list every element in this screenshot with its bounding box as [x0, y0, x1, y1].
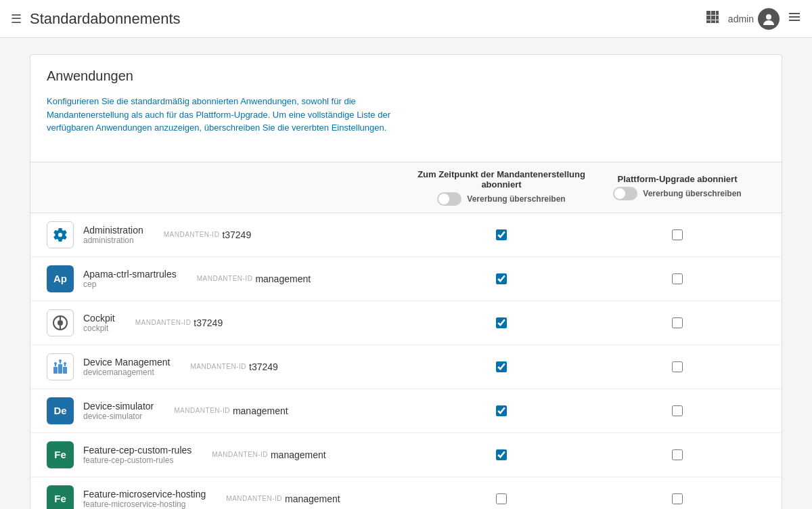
header-right: admin [705, 8, 801, 30]
col1-checkbox-cell [413, 229, 589, 240]
app-row: Fe Feature-cep-custom-rules feature-cep-… [30, 433, 782, 477]
svg-rect-3 [706, 16, 710, 20]
app-info: Fe Feature-cep-custom-rules feature-cep-… [47, 441, 413, 468]
user-section[interactable]: admin [728, 8, 780, 30]
col2-checkbox[interactable] [672, 229, 683, 240]
svg-rect-4 [711, 16, 715, 20]
svg-rect-19 [63, 367, 67, 374]
app-subtitle: cockpit [83, 324, 115, 333]
tenant-label: MANDANTEN-ID [164, 231, 220, 238]
tenant-value: management [271, 449, 326, 460]
user-avatar [758, 8, 780, 30]
col2-checkbox[interactable] [672, 449, 683, 460]
page-title: Standardabonnements [30, 10, 705, 28]
tenant-value: t37249 [249, 361, 278, 372]
tenant-label: MANDANTEN-ID [174, 407, 230, 414]
app-row: Device Management devicemanagement MANDA… [30, 345, 782, 389]
col1-checkbox[interactable] [496, 449, 507, 460]
svg-rect-5 [716, 16, 719, 20]
tenant-label: MANDANTEN-ID [226, 495, 282, 502]
app-row: Administration administration MANDANTEN-… [30, 213, 782, 257]
col1-checkbox-cell [413, 405, 589, 416]
col1-checkbox-cell [413, 317, 589, 328]
app-name: Device-simulator [83, 401, 154, 412]
app-name: Administration [83, 225, 143, 236]
user-name: admin [728, 14, 754, 24]
col1-toggle-label: Vererbung überschreiben [467, 194, 565, 204]
app-icon: Ap [47, 265, 74, 292]
app-icon [47, 353, 74, 380]
app-row: Fe Feature-microservice-hosting feature-… [30, 477, 782, 510]
col2-checkbox-cell [589, 405, 765, 416]
col2-checkbox[interactable] [672, 493, 683, 504]
card-body: Anwendungen Konfigurieren Sie die standa… [30, 55, 782, 162]
app-name: Cockpit [83, 313, 115, 324]
app-name-block: Cockpit cockpit [83, 313, 115, 333]
tenant-value: t37249 [194, 317, 223, 328]
menu-icon[interactable]: ☰ [11, 12, 22, 26]
app-icon: Fe [47, 441, 74, 468]
header: ☰ Standardabonnements admin [0, 0, 812, 38]
app-info: Ap Apama-ctrl-smartrules cep MANDANTEN-I… [47, 265, 413, 292]
tenant-id-block: MANDANTEN-ID t37249 [190, 361, 278, 372]
col2-checkbox[interactable] [672, 361, 683, 372]
app-row: Ap Apama-ctrl-smartrules cep MANDANTEN-I… [30, 257, 782, 301]
col2-toggle-row: Vererbung überschreiben [589, 187, 765, 200]
app-info: Device Management devicemanagement MANDA… [47, 353, 413, 380]
svg-point-23 [54, 362, 57, 365]
col2-checkbox-cell [589, 273, 765, 284]
col2-checkbox-cell [589, 229, 765, 240]
svg-rect-6 [706, 20, 710, 23]
app-subtitle: administration [83, 236, 143, 245]
svg-rect-18 [58, 364, 62, 374]
svg-rect-12 [789, 20, 800, 21]
applications-card: Anwendungen Konfigurieren Sie die standa… [30, 54, 782, 509]
main-content: Anwendungen Konfigurieren Sie die standa… [14, 38, 798, 509]
app-icon: Fe [47, 485, 74, 510]
col1-checkbox-cell [413, 273, 589, 284]
app-info: Administration administration MANDANTEN-… [47, 221, 413, 248]
col1-checkbox[interactable] [496, 493, 507, 504]
app-info: Fe Feature-microservice-hosting feature-… [47, 485, 413, 510]
app-subtitle: feature-cep-custom-rules [83, 456, 191, 465]
tenant-id-block: MANDANTEN-ID management [212, 449, 325, 460]
app-info: Cockpit cockpit MANDANTEN-ID t37249 [47, 309, 413, 336]
list-icon[interactable] [788, 10, 801, 27]
col1-checkbox[interactable] [496, 317, 507, 328]
svg-point-9 [766, 14, 771, 20]
app-name: Apama-ctrl-smartrules [83, 269, 177, 280]
col2-checkbox[interactable] [672, 317, 683, 328]
app-subtitle: devicemanagement [83, 368, 170, 377]
app-name-block: Apama-ctrl-smartrules cep [83, 269, 177, 289]
col1-toggle-row: Vererbung überschreiben [413, 192, 589, 206]
col2-checkbox[interactable] [672, 405, 683, 416]
app-icon [47, 309, 74, 336]
svg-rect-17 [53, 367, 58, 374]
section-title: Anwendungen [47, 68, 765, 84]
tenant-id-block: MANDANTEN-ID management [197, 273, 311, 284]
col1-checkbox-cell [413, 493, 589, 504]
svg-rect-7 [711, 20, 715, 23]
app-name-block: Device Management devicemanagement [83, 357, 170, 377]
app-rows-container: Administration administration MANDANTEN-… [30, 213, 782, 510]
col1-checkbox[interactable] [496, 229, 507, 240]
col1-toggle[interactable] [437, 192, 461, 206]
svg-point-25 [64, 362, 66, 365]
app-name-block: Device-simulator device-simulator [83, 401, 154, 421]
grid-icon[interactable] [705, 9, 720, 28]
col2-checkbox[interactable] [672, 273, 683, 284]
tenant-value: t37249 [222, 229, 251, 240]
app-row: Cockpit cockpit MANDANTEN-ID t37249 [30, 301, 782, 345]
tenant-label: MANDANTEN-ID [190, 363, 246, 370]
col1-checkbox[interactable] [496, 361, 507, 372]
app-subtitle: device-simulator [83, 412, 154, 421]
col2-toggle[interactable] [613, 187, 637, 200]
svg-rect-0 [706, 11, 710, 15]
svg-rect-2 [716, 11, 719, 15]
col1-checkbox[interactable] [496, 405, 507, 416]
app-icon [47, 221, 74, 248]
tenant-label: MANDANTEN-ID [197, 275, 253, 282]
col1-checkbox[interactable] [496, 273, 507, 284]
col1-checkbox-cell [413, 361, 589, 372]
tenant-id-block: MANDANTEN-ID management [226, 493, 340, 504]
